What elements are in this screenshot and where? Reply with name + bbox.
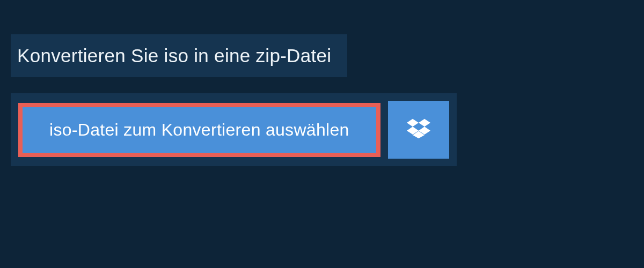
page-title: Konvertieren Sie iso in eine zip-Datei: [17, 45, 331, 66]
select-file-label: iso-Datei zum Konvertieren auswählen: [49, 120, 349, 140]
dropbox-icon: [407, 117, 430, 143]
select-file-button[interactable]: iso-Datei zum Konvertieren auswählen: [18, 103, 380, 157]
converter-widget: Konvertieren Sie iso in eine zip-Datei i…: [0, 0, 644, 166]
upload-panel: iso-Datei zum Konvertieren auswählen: [11, 93, 457, 166]
dropbox-button[interactable]: [388, 101, 449, 159]
title-block: Konvertieren Sie iso in eine zip-Datei: [11, 34, 347, 77]
